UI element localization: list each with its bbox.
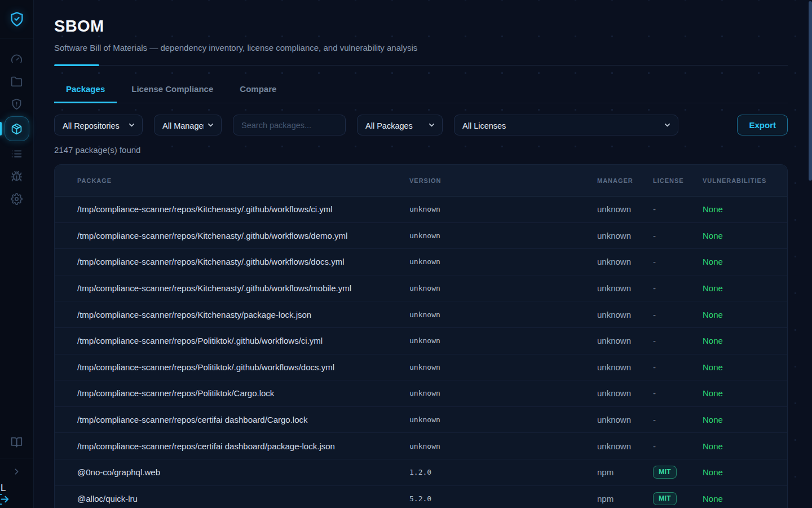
package-manager: unknown: [597, 283, 653, 293]
package-name: /tmp/compliance-scanner/repos/Kitchenast…: [77, 231, 409, 240]
package-manager: npm: [597, 494, 653, 503]
sidebar-item-docs[interactable]: [5, 431, 29, 453]
export-button[interactable]: Export: [737, 115, 788, 135]
package-version: 1.2.0: [409, 468, 597, 476]
sidebar-item-inventory[interactable]: [5, 142, 29, 165]
sidebar-item-vulnerabilities[interactable]: [5, 165, 29, 187]
package-manager: unknown: [597, 257, 653, 266]
vulnerabilities-status: None: [703, 231, 787, 240]
results-count: 2147 package(s) found: [54, 145, 788, 155]
table-row[interactable]: /tmp/compliance-scanner/repos/certifai d…: [55, 407, 787, 433]
column-header-vulnerabilities: VULNERABILITIES: [703, 177, 787, 184]
package-version: 5.2.0: [409, 494, 597, 503]
tab-compare[interactable]: Compare: [228, 77, 288, 103]
column-header-package: PACKAGE: [77, 177, 409, 184]
tab-packages[interactable]: Packages: [54, 77, 117, 103]
package-name: /tmp/compliance-scanner/repos/Kitchenast…: [77, 283, 409, 293]
package-manager: unknown: [597, 231, 653, 240]
book-open-icon: [11, 436, 23, 448]
sidebar-item-packages[interactable]: [5, 116, 29, 141]
managers-select-wrap: All Managers: [154, 115, 222, 135]
vulnerabilities-status: None: [703, 310, 787, 319]
column-header-license: LICENSE: [653, 177, 703, 184]
package-version: unknown: [409, 363, 597, 371]
column-header-manager: MANAGER: [597, 177, 653, 184]
package-license: -: [653, 257, 703, 266]
table-row[interactable]: @alloc/quick-lru 5.2.0 npm MIT None: [55, 486, 787, 508]
table-row[interactable]: /tmp/compliance-scanner/repos/Kitchenast…: [55, 275, 787, 302]
vulnerabilities-status: None: [703, 362, 787, 372]
package-manager: unknown: [597, 388, 653, 398]
overflow-label: L: [1, 483, 6, 494]
table-row[interactable]: @0no-co/graphql.web 1.2.0 npm MIT None: [55, 459, 787, 486]
table-body: /tmp/compliance-scanner/repos/Kitchenast…: [55, 196, 787, 508]
package-license: -: [653, 415, 703, 424]
chevron-right-icon: [12, 467, 21, 476]
package-icon: [11, 123, 23, 135]
table-row[interactable]: /tmp/compliance-scanner/repos/Kitchenast…: [55, 249, 787, 275]
sidebar-collapse-button[interactable]: [5, 462, 29, 481]
package-name: /tmp/compliance-scanner/repos/Politiktok…: [77, 362, 409, 372]
package-name: /tmp/compliance-scanner/repos/certifai d…: [77, 441, 409, 451]
package-name: /tmp/compliance-scanner/repos/certifai d…: [77, 415, 409, 424]
vertical-scrollbar[interactable]: [809, 1, 812, 181]
package-version: unknown: [409, 231, 597, 240]
package-name: @alloc/quick-lru: [77, 494, 409, 503]
package-name: /tmp/compliance-scanner/repos/Politiktok…: [77, 388, 409, 398]
app-logo[interactable]: [9, 11, 25, 27]
vulnerabilities-status: None: [703, 283, 787, 293]
repositories-select[interactable]: All Repositories: [55, 115, 142, 136]
package-manager: unknown: [597, 415, 653, 424]
log-out-icon[interactable]: [0, 493, 10, 506]
sidebar-item-dashboard[interactable]: [5, 47, 29, 70]
table-row[interactable]: /tmp/compliance-scanner/repos/Kitchenast…: [55, 196, 787, 223]
package-manager: unknown: [597, 204, 653, 214]
vulnerabilities-status: None: [703, 388, 787, 398]
search-input[interactable]: [233, 115, 346, 135]
package-version: unknown: [409, 336, 597, 345]
table-header-row: PACKAGE VERSION MANAGER LICENSE VULNERAB…: [55, 165, 787, 196]
header-rule-line: [99, 65, 788, 65]
package-version: unknown: [409, 310, 597, 319]
packages-select[interactable]: All Packages: [358, 115, 442, 136]
main-content: SBOM Software Bill of Materials — depend…: [34, 0, 812, 508]
packages-select-wrap: All Packages: [357, 115, 443, 135]
vulnerabilities-status: None: [703, 257, 787, 266]
package-manager: unknown: [597, 310, 653, 319]
sidebar-item-security[interactable]: [5, 93, 29, 115]
vulnerabilities-status: None: [703, 441, 787, 451]
shield-alert-icon: [11, 98, 23, 110]
sidebar-nav: [5, 47, 29, 210]
sidebar-divider: [0, 38, 34, 38]
vulnerabilities-status: None: [703, 494, 787, 503]
package-license: -: [653, 310, 703, 319]
sidebar-item-repositories[interactable]: [5, 70, 29, 93]
table-row[interactable]: /tmp/compliance-scanner/repos/Politiktok…: [55, 380, 787, 407]
package-version: unknown: [409, 389, 597, 397]
package-license: MIT: [653, 492, 703, 505]
tab-license-compliance[interactable]: License Compliance: [120, 77, 225, 103]
package-version: unknown: [409, 284, 597, 292]
table-row[interactable]: /tmp/compliance-scanner/repos/Politiktok…: [55, 328, 787, 354]
tab-bar: Packages License Compliance Compare: [54, 77, 788, 103]
package-name: @0no-co/graphql.web: [77, 467, 409, 477]
package-version: unknown: [409, 415, 597, 424]
table-row[interactable]: /tmp/compliance-scanner/repos/Kitchenast…: [55, 301, 787, 328]
licenses-select[interactable]: All Licenses: [454, 115, 678, 136]
sidebar-item-settings[interactable]: [5, 187, 29, 210]
managers-select[interactable]: All Managers: [155, 115, 221, 136]
list-icon: [11, 148, 23, 160]
vulnerabilities-status: None: [703, 204, 787, 214]
gauge-icon: [11, 53, 23, 65]
table-row[interactable]: /tmp/compliance-scanner/repos/certifai d…: [55, 433, 787, 459]
table-row[interactable]: /tmp/compliance-scanner/repos/Kitchenast…: [55, 223, 787, 249]
gear-icon: [11, 193, 23, 205]
package-version: unknown: [409, 442, 597, 450]
table-row[interactable]: /tmp/compliance-scanner/repos/Politiktok…: [55, 354, 787, 381]
package-license: -: [653, 204, 703, 214]
package-license: -: [653, 388, 703, 398]
package-license: -: [653, 336, 703, 345]
package-license: -: [653, 231, 703, 240]
page-title: SBOM: [54, 17, 788, 36]
vulnerabilities-status: None: [703, 336, 787, 345]
